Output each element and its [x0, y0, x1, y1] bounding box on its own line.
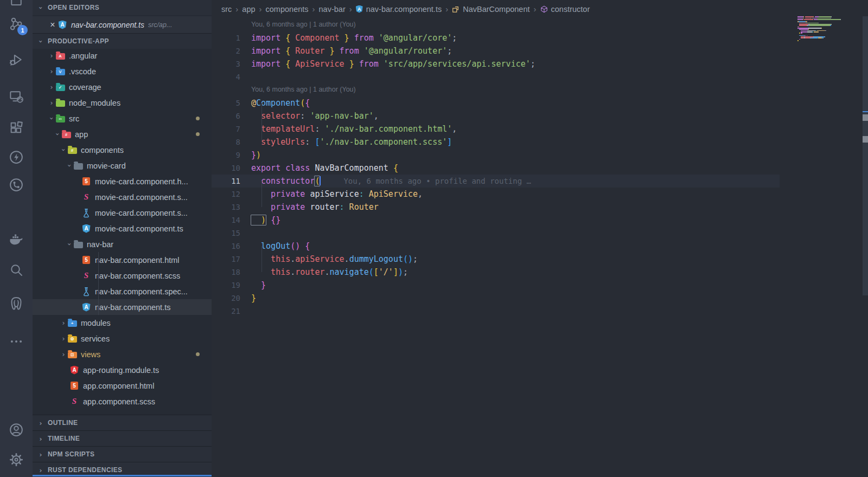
indent-guide [261, 246, 262, 272]
tree-file-app-component-html[interactable]: 5app.component.html [33, 378, 212, 394]
line-number: 6 [212, 109, 240, 123]
code-line-19[interactable]: 19 } [212, 279, 780, 292]
tree-folder-coverage[interactable]: ›✓coverage [33, 79, 212, 95]
tree-file-nav-bar-component-ts[interactable]: Anav-bar.component.ts [33, 299, 212, 315]
code-line-6[interactable]: 6 selector: 'app-nav-bar', [212, 109, 780, 123]
tree-file-movie-card-component-h-[interactable]: 5movie-card.component.h... [33, 173, 212, 189]
code-text: import { Component } from '@angular/core… [240, 33, 457, 43]
minimap[interactable] [797, 16, 841, 42]
codelens-blame[interactable]: You, 6 months ago | 1 author (You) [212, 18, 868, 31]
tree-folder-nav-bar[interactable]: ›nav-bar [33, 236, 212, 252]
code-line-18[interactable]: 18 this.router.navigate(['/']); [212, 266, 780, 279]
chevron-right-icon: › [48, 67, 55, 75]
settings-gear-icon[interactable] [8, 452, 24, 468]
breadcrumb-label: nav-bar [319, 5, 346, 14]
code-line-7[interactable]: 7 templateUrl: './nav-bar.component.html… [212, 123, 780, 136]
tree-file-app-component-scss[interactable]: Sapp.component.scss [33, 394, 212, 409]
git-graph-icon[interactable] [8, 177, 24, 193]
tree-folder-movie-card[interactable]: ›movie-card [33, 158, 212, 173]
open-editor-item[interactable]: × A nav-bar.component.ts src/ap... [33, 16, 212, 33]
code-text: styleUrls: ['./nav-bar.component.scss'] [240, 137, 452, 147]
tree-item-label: nav-bar.component.spec... [95, 287, 188, 296]
breadcrumb-item-navbarcomponent[interactable]: NavBarComponent [452, 5, 529, 14]
tree-folder-app[interactable]: ›#app [33, 126, 212, 142]
explorer-icon[interactable] [8, 0, 24, 8]
minimap-line [797, 19, 841, 20]
code-line-14[interactable]: 14 ) {} [212, 214, 780, 227]
tree-folder--vscode[interactable]: ›V.vscode [33, 63, 212, 79]
extensions-icon[interactable] [8, 120, 24, 137]
tree-folder-views[interactable]: ›⊡views [33, 346, 212, 362]
code-line-2[interactable]: 2import { Router } from '@angular/router… [212, 44, 780, 57]
code-line-17[interactable]: 17 this.apiService.dummyLogout(); [212, 253, 780, 266]
codelens-blame[interactable]: You, 6 months ago | 1 author (You) [212, 83, 868, 96]
code-line-13[interactable]: 13 private router: Router [212, 201, 780, 214]
breadcrumb-item-nav-bar[interactable]: nav-bar [319, 5, 346, 14]
code-area[interactable]: You, 6 months ago | 1 author (You)1impor… [212, 18, 868, 318]
tree-folder-node-modules[interactable]: ›node_modules [33, 95, 212, 111]
line-number: 1 [212, 31, 240, 44]
tree-file-movie-card-component-s-[interactable]: movie-card.component.s... [33, 205, 212, 221]
close-icon[interactable]: × [48, 20, 58, 30]
chevron-right-icon: › [48, 51, 55, 60]
section-header-label: NPM SCRIPTS [48, 450, 94, 458]
breadcrumb-item-components[interactable]: components [266, 5, 309, 14]
workspace-header[interactable]: › PRODUCTIVE-APP [33, 33, 212, 49]
code-text: this.apiService.dummyLogout(); [240, 254, 418, 264]
section-header-npm-scripts[interactable]: ›NPM SCRIPTS [33, 446, 212, 462]
code-line-5[interactable]: 5@Component({ [212, 96, 780, 109]
tree-item-label: nav-bar.component.scss [95, 272, 180, 280]
code-line-9[interactable]: 9}) [212, 149, 780, 162]
section-header-outline[interactable]: ›OUTLINE [33, 415, 212, 430]
html-file-icon: 5 [81, 255, 91, 265]
tree-file-nav-bar-component-html[interactable]: 5nav-bar.component.html [33, 252, 212, 268]
more-actions-icon[interactable] [8, 333, 24, 350]
code-line-1[interactable]: 1import { Component } from '@angular/cor… [212, 31, 780, 44]
tree-file-nav-bar-component-spec-[interactable]: nav-bar.component.spec... [33, 283, 212, 299]
remote-explorer-icon[interactable] [8, 88, 24, 105]
tree-file-app-routing-module-ts[interactable]: Aapp-routing.module.ts [33, 362, 212, 378]
breadcrumb-separator: › [312, 4, 315, 14]
breadcrumb-item-constructor[interactable]: constructor [540, 5, 590, 14]
tree-file-nav-bar-component-scss[interactable]: Snav-bar.component.scss [33, 268, 212, 283]
code-line-11[interactable]: 11 constructor(You, 6 months ago • profi… [212, 175, 780, 188]
code-line-4[interactable]: 4 [212, 70, 780, 83]
thunder-client-icon[interactable] [8, 149, 24, 165]
code-line-3[interactable]: 3import { ApiService } from 'src/app/ser… [212, 57, 780, 70]
line-number: 5 [212, 96, 240, 109]
open-editors-header[interactable]: › OPEN EDITORS [33, 0, 212, 15]
code-text: export class NavBarComponent { [240, 163, 398, 173]
tree-folder-services[interactable]: ›⚙services [33, 331, 212, 346]
search-icon[interactable] [8, 262, 24, 278]
postgres-icon[interactable] [8, 295, 24, 312]
code-line-8[interactable]: 8 styleUrls: ['./nav-bar.component.scss'… [212, 136, 780, 149]
code-line-15[interactable]: 15 [212, 227, 780, 240]
code-text: @Component({ [240, 98, 310, 108]
editor-scrollbar[interactable] [863, 16, 868, 295]
code-line-16[interactable]: 16 logOut() { [212, 240, 780, 253]
tree-folder--angular[interactable]: ›A.angular [33, 48, 212, 63]
tree-file-movie-card-component-ts[interactable]: Amovie-card.component.ts [33, 221, 212, 236]
docker-icon[interactable] [8, 232, 24, 248]
tree-folder-components[interactable]: ›#components [33, 142, 212, 158]
code-line-20[interactable]: 20} [212, 292, 780, 305]
code-line-12[interactable]: 12 private apiService: ApiService, [212, 188, 780, 201]
section-header-timeline[interactable]: ›TIMELINE [33, 430, 212, 446]
workspace-label: PRODUCTIVE-APP [48, 37, 109, 45]
breadcrumb-item-nav-bar-component-ts[interactable]: Anav-bar.component.ts [356, 5, 442, 14]
run-debug-icon[interactable] [8, 51, 24, 68]
coverage-folder-icon: ✓ [55, 82, 65, 92]
source-control-icon[interactable]: 1 [8, 16, 24, 33]
tree-item-label: views [81, 350, 100, 359]
code-line-21[interactable]: 21 [212, 305, 780, 318]
breadcrumb-item-src[interactable]: src [221, 5, 232, 14]
code-line-10[interactable]: 10export class NavBarComponent { [212, 162, 780, 175]
breadcrumb-item-app[interactable]: app [242, 5, 255, 14]
tree-folder-src[interactable]: ›‹›src [33, 111, 212, 126]
tree-file-movie-card-component-s-[interactable]: Smovie-card.component.s... [33, 189, 212, 205]
account-icon[interactable] [8, 422, 24, 438]
tree-item-label: nav-bar.component.ts [95, 303, 170, 312]
tree-folder-modules[interactable]: ›+modules [33, 315, 212, 331]
breadcrumb-separator: › [235, 4, 238, 14]
chevron-right-icon: › [60, 319, 67, 327]
